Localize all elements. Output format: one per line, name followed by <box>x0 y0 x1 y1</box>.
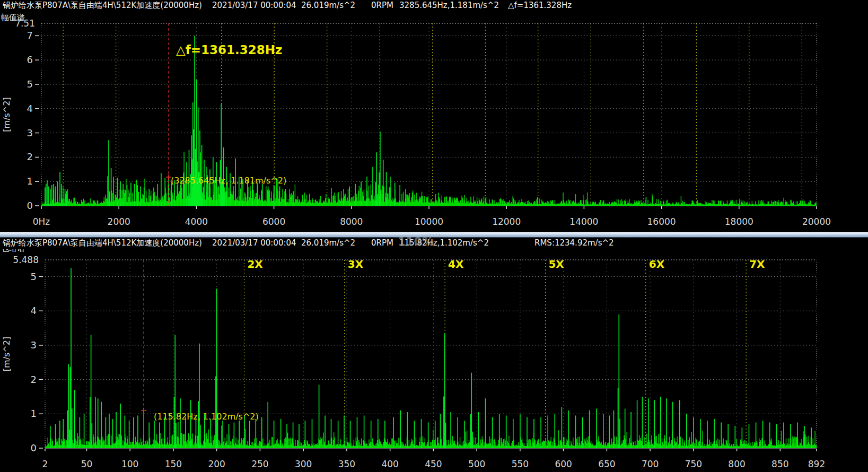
y-axis-unit-label: [m/s^2] <box>2 97 12 132</box>
x-tick-label: 10000 <box>415 216 443 227</box>
x-tick-label: 100 <box>121 459 138 469</box>
harmonic-label-5X: 5X <box>548 258 564 270</box>
x-tick-label: 800 <box>728 459 745 469</box>
measurement-point-title: 锅炉给水泵P807A\泵自由端4H\512K加速度(20000Hz) <box>3 1 202 11</box>
timestamp: 2021/03/17 00:00:04 <box>212 238 296 248</box>
x-tick-label: 400 <box>381 459 398 469</box>
x-tick-label: 50 <box>81 459 93 469</box>
x-tick-label: 650 <box>598 459 615 469</box>
x-tick-label: 250 <box>251 459 268 469</box>
spectrum-type-label-amplitude: 幅值谱 <box>1 13 25 23</box>
x-tick-label: 500 <box>468 459 485 469</box>
x-tick-label: 0Hz <box>33 216 50 227</box>
y-tick-label: 0 <box>31 442 37 453</box>
amplitude-spectrum-chart[interactable]: 765432107.510Hz2000400060008000100001200… <box>0 12 868 232</box>
cursor-readout: 3285.645Hz,1.181m/s^2 <box>399 1 499 10</box>
rpm-value: 0RPM <box>371 238 393 248</box>
x-tick-label: 450 <box>425 459 442 469</box>
harmonic-label-7X: 7X <box>749 258 765 270</box>
y-tick-label: 1 <box>31 408 37 419</box>
x-tick-label: 300 <box>295 459 312 469</box>
envelope-spectrum-header: 锅炉给水泵P807A\泵自由端4H\512K加速度(20000Hz) 2021/… <box>0 238 868 249</box>
x-tick-label: 850 <box>771 459 788 469</box>
pane-splitter[interactable]: ····· <box>0 232 868 238</box>
y-tick-label: 2 <box>27 151 33 162</box>
x-tick-label: 150 <box>165 459 182 469</box>
y-tick-label: 3 <box>27 127 33 138</box>
x-tick-label: 550 <box>512 459 529 469</box>
y-tick-label: 5 <box>27 78 33 90</box>
x-tick-label: 2000 <box>108 216 130 227</box>
harmonic-label-6X: 6X <box>649 258 665 270</box>
zoom-level-osd: 110% <box>398 235 434 248</box>
y-tick-label: 7 <box>27 30 33 41</box>
y-tick-label: 5 <box>31 271 37 282</box>
x-tick-label: 750 <box>685 459 702 469</box>
x-tick-label: 20000 <box>802 216 831 227</box>
overall-value: 26.019m/s^2 <box>301 238 355 248</box>
y-tick-label: 2 <box>31 374 37 385</box>
rms-readout: RMS:1234.92m/s^2 <box>534 238 614 248</box>
x-tick-label: 16000 <box>647 216 676 227</box>
x-tick-label: 6000 <box>262 216 285 227</box>
spectrum-plot-area[interactable] <box>41 23 817 206</box>
x-tick-label: 2 <box>42 459 48 469</box>
delta-f-readout: △f=1361.328Hz <box>508 1 572 10</box>
cursor-annotation-label: (3285.645Hz, 1.181m/s^2) <box>171 176 286 186</box>
x-tick-label: 12000 <box>492 216 521 227</box>
y-tick-label: 3 <box>31 339 37 351</box>
y-tick-label: 4 <box>27 103 33 114</box>
x-tick-label: 4000 <box>185 216 208 227</box>
x-tick-label: 350 <box>338 459 355 469</box>
x-tick-label: 14000 <box>569 216 598 227</box>
y-tick-label: 0 <box>27 200 33 211</box>
x-tick-label: 200 <box>208 459 225 469</box>
y-tick-label: 6 <box>27 54 33 65</box>
y-tick-label: 1 <box>27 176 33 187</box>
y-tick-label: 4 <box>31 305 37 316</box>
amplitude-spectrum-header: 锅炉给水泵P807A\泵自由端4H\512K加速度(20000Hz) 2021/… <box>0 0 868 12</box>
y-axis-max-label: 5.488 <box>13 255 39 265</box>
overall-value: 26.019m/s^2 <box>301 1 355 10</box>
x-tick-label: 18000 <box>725 216 753 227</box>
x-tick-label: 700 <box>642 459 659 469</box>
timestamp: 2021/03/17 00:00:04 <box>212 1 296 10</box>
x-tick-label: 600 <box>555 459 572 469</box>
splitter-grip-dots[interactable]: ····· <box>0 232 868 237</box>
cursor-annotation-label: (115.82Hz, 1.102m/s^2) <box>154 412 259 422</box>
x-tick-label: 892 <box>808 459 825 469</box>
rpm-value: 0RPM <box>371 1 393 10</box>
envelope-spectrum-chart[interactable]: 2X3X4X5X6X7X5432105.48825010015020025030… <box>0 249 868 472</box>
x-tick-label: 8000 <box>340 216 363 227</box>
measurement-point-title: 锅炉给水泵P807A\泵自由端4H\512K加速度(20000Hz) <box>3 238 202 248</box>
delta-f-label: △f=1361.328Hz <box>176 43 282 57</box>
y-axis-unit-label: [m/s^2] <box>2 337 12 371</box>
